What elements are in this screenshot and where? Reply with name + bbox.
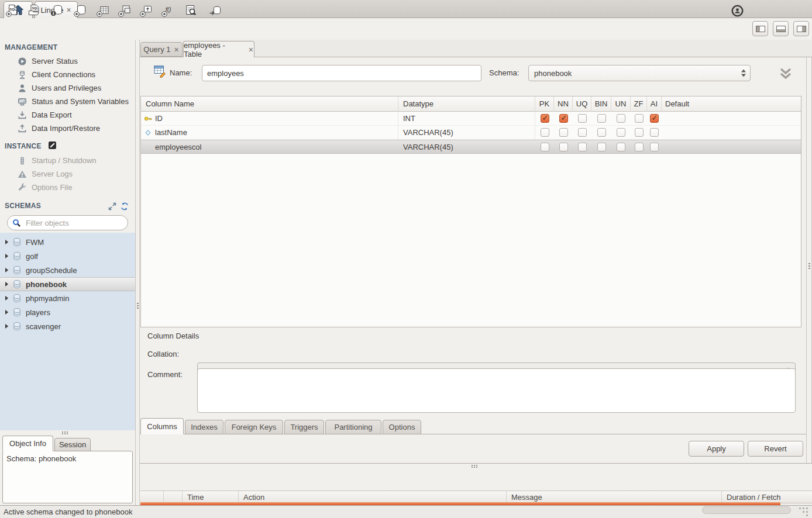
horizontal-scrollbar-thumb[interactable] <box>702 506 791 514</box>
cell-column-name[interactable]: lastName <box>141 126 398 140</box>
create-table-button[interactable] <box>95 3 111 18</box>
expander-icon[interactable] <box>5 282 8 286</box>
sidebar-item-server-status[interactable]: Server Status <box>0 54 135 68</box>
expander-icon[interactable] <box>5 324 8 329</box>
column-header[interactable]: UN <box>611 96 631 112</box>
checkbox-bin[interactable] <box>597 114 606 123</box>
column-header[interactable]: NN <box>554 96 573 112</box>
output-splitter-grip[interactable] <box>472 465 473 466</box>
user-circle-button[interactable] <box>730 3 745 18</box>
schema-filter[interactable] <box>7 215 128 230</box>
tab-columns[interactable]: Columns <box>140 418 184 434</box>
tab-query-1[interactable]: Query 1 × <box>140 42 183 57</box>
cell-datatype[interactable]: INT <box>398 112 535 126</box>
schema-item-phonebook[interactable]: phonebook <box>0 277 135 291</box>
toggle-left-panel-button[interactable] <box>752 21 768 36</box>
create-function-button[interactable]: f() <box>160 3 176 18</box>
sidebar-item-data-import[interactable]: Data Import/Restore <box>0 122 135 135</box>
tab-foreign-keys[interactable]: Foreign Keys <box>225 420 283 434</box>
cell-datatype[interactable]: VARCHAR(45) <box>398 126 535 140</box>
checkbox-pk[interactable] <box>541 128 549 137</box>
column-header[interactable]: ZF <box>631 96 647 112</box>
checkbox-nn[interactable] <box>559 143 568 151</box>
left-splitter[interactable] <box>135 40 140 505</box>
cell-default[interactable] <box>662 112 801 126</box>
spinner-icon[interactable] <box>741 70 746 77</box>
toggle-bottom-panel-button[interactable] <box>773 21 789 36</box>
expander-icon[interactable] <box>5 268 8 272</box>
tab-triggers[interactable]: Triggers <box>284 420 324 434</box>
column-header[interactable]: Default <box>662 96 801 112</box>
sidebar-item-client-connections[interactable]: Client Connections <box>0 68 135 81</box>
checkbox-nn[interactable] <box>559 114 568 123</box>
checkbox-bin[interactable] <box>597 128 606 137</box>
cell-default[interactable] <box>662 140 801 154</box>
expand-form-chevron-icon[interactable] <box>777 66 794 81</box>
right-splitter[interactable] <box>806 57 812 463</box>
expander-icon[interactable] <box>5 296 8 301</box>
checkbox-ai[interactable] <box>650 143 659 151</box>
cell-default[interactable] <box>662 126 801 140</box>
checkbox-un[interactable] <box>617 143 625 151</box>
schema-item-groupschedule[interactable]: groupSchedule <box>0 263 135 277</box>
checkbox-uq[interactable] <box>578 143 587 151</box>
checkbox-uq[interactable] <box>578 128 587 137</box>
create-view-button[interactable] <box>117 3 132 18</box>
column-header[interactable]: Datatype <box>398 96 535 112</box>
tab-partitioning[interactable]: Partitioning <box>325 420 381 434</box>
sidebar-item-data-export[interactable]: Data Export <box>0 108 135 122</box>
tab-indexes[interactable]: Indexes <box>185 420 223 434</box>
schema-item-players[interactable]: players <box>0 305 135 319</box>
sidebar-item-status-system-variables[interactable]: Status and System Variables <box>0 95 135 108</box>
column-header[interactable]: BIN <box>591 96 611 112</box>
table-row-selected[interactable]: employeescol VARCHAR(45) <box>141 140 801 154</box>
sidebar-item-startup-shutdown[interactable]: Startup / Shutdown <box>0 154 135 167</box>
tab-employees-table[interactable]: employees - Table × <box>183 41 254 57</box>
checkbox-un[interactable] <box>617 114 625 123</box>
schema-inspector-button[interactable] <box>49 3 64 18</box>
schema-item-golf[interactable]: golf <box>0 249 135 263</box>
tab-object-info[interactable]: Object Info <box>2 436 53 451</box>
checkbox-pk[interactable] <box>541 143 549 151</box>
checkbox-uq[interactable] <box>578 114 587 123</box>
sidebar-item-users-privileges[interactable]: Users and Privileges <box>0 81 135 95</box>
create-schema-button[interactable] <box>73 3 88 18</box>
cell-column-name[interactable]: ID <box>141 112 398 126</box>
schema-item-phpmyadmin[interactable]: phpmyadmin <box>0 291 135 305</box>
tab-session[interactable]: Session <box>54 438 91 451</box>
sidebar-splitter-grip[interactable] <box>62 431 63 433</box>
reconnect-database-button[interactable] <box>208 3 223 18</box>
search-objects-button[interactable] <box>183 3 198 18</box>
table-row[interactable]: lastName VARCHAR(45) <box>141 126 801 140</box>
checkbox-pk[interactable] <box>541 114 549 123</box>
apply-button[interactable]: Apply <box>689 441 744 457</box>
expand-schemas-icon[interactable] <box>108 202 116 210</box>
tab-options[interactable]: Options <box>383 420 421 434</box>
schema-filter-input[interactable] <box>25 218 115 228</box>
expander-icon[interactable] <box>5 240 8 244</box>
checkbox-un[interactable] <box>617 128 625 137</box>
checkbox-zf[interactable] <box>635 114 644 123</box>
output-panel-splitter[interactable] <box>140 463 812 464</box>
checkbox-zf[interactable] <box>635 143 644 151</box>
expander-icon[interactable] <box>5 254 8 258</box>
column-header[interactable]: AI <box>647 96 662 112</box>
column-header[interactable]: Column Name <box>141 96 398 112</box>
comment-textarea[interactable] <box>197 368 796 413</box>
cell-column-name[interactable]: employeescol <box>141 140 398 154</box>
expander-icon[interactable] <box>5 310 8 315</box>
resize-grip-icon[interactable] <box>799 507 801 509</box>
refresh-schemas-icon[interactable] <box>121 202 129 210</box>
create-procedure-button[interactable] <box>139 3 154 18</box>
new-sql-script-button[interactable]: SQL <box>5 3 20 18</box>
checkbox-ai[interactable] <box>650 114 659 123</box>
schema-select[interactable]: phonebook <box>528 65 751 81</box>
revert-button[interactable]: Revert <box>748 441 803 457</box>
sidebar-item-options-file[interactable]: Options File <box>0 181 135 194</box>
checkbox-bin[interactable] <box>597 143 606 151</box>
table-row[interactable]: ID INT <box>141 112 801 126</box>
checkbox-zf[interactable] <box>635 128 644 137</box>
close-icon[interactable]: × <box>66 6 71 14</box>
cell-datatype[interactable]: VARCHAR(45) <box>398 140 535 154</box>
close-icon[interactable]: × <box>248 46 254 54</box>
